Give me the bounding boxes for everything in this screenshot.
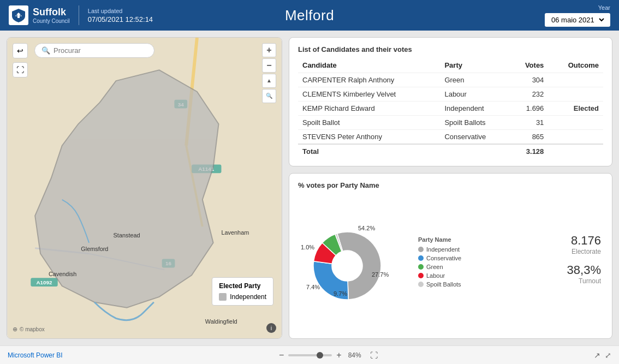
mapbox-credit-text: © mapbox xyxy=(20,326,45,332)
label-grn: Green xyxy=(426,264,443,270)
label-conservative: 27.7% xyxy=(372,271,389,278)
chart-panel: % votes por Party Name 54.2% 27.7% 9.7% … xyxy=(289,173,612,339)
search-icon: 🔍 xyxy=(41,46,50,55)
candidates-panel: List of Candidates and their votes Candi… xyxy=(289,37,612,166)
year-select-input[interactable]: 06 maio 2021 xyxy=(549,15,606,25)
col-party: Party xyxy=(440,59,510,73)
legend-item-independent: Independent xyxy=(219,293,266,301)
candidate-party: Independent xyxy=(440,102,510,116)
chart-panel-title: % votes por Party Name xyxy=(298,181,603,189)
zoom-percent: 84% xyxy=(348,351,361,359)
right-panel: List of Candidates and their votes Candi… xyxy=(289,37,612,339)
zoom-extent-btn[interactable]: 🔍 xyxy=(262,89,276,103)
year-dropdown[interactable]: 06 maio 2021 xyxy=(545,13,610,27)
col-outcome: Outcome xyxy=(548,59,603,73)
zoom-in-btn[interactable]: + xyxy=(262,43,276,57)
chart-legend-title: Party Name xyxy=(418,236,461,243)
header: Suffolk County Council Last updated 07/0… xyxy=(0,0,619,31)
logo-text: Suffolk County Council xyxy=(33,7,70,25)
main-content: A1141 A1092 34 16 Stanstead Glemsford Ca… xyxy=(0,31,619,345)
candidate-votes: 232 xyxy=(510,87,548,102)
map-info-btn[interactable]: i xyxy=(266,323,276,333)
candidate-votes: 865 xyxy=(510,130,548,145)
bottom-bar: Microsoft Power BI − + 84% ⛶ ↗ ⤢ xyxy=(0,345,619,364)
map-toolbar: ↩ xyxy=(13,43,28,58)
zoom-minus-btn[interactable]: − xyxy=(279,350,284,360)
map-search-bar[interactable]: 🔍 xyxy=(34,43,154,58)
electorate-label: Electorate xyxy=(567,248,601,255)
map-panel: A1141 A1092 34 16 Stanstead Glemsford Ca… xyxy=(7,37,282,339)
fullscreen-icon[interactable]: ⛶ xyxy=(370,351,378,360)
mapbox-credit: ⊕ © mapbox xyxy=(13,326,45,333)
legend-title: Elected Party xyxy=(219,282,266,290)
zoom-thumb xyxy=(317,352,323,359)
label-labour: 9.7% xyxy=(334,290,347,297)
chart-row: 54.2% 27.7% 9.7% 7.4% 1.0% Party Name In… xyxy=(298,195,603,331)
turnout-label: Turnout xyxy=(567,277,601,285)
legend-independent: Independent xyxy=(418,246,461,253)
legend-labour: Labour xyxy=(418,272,461,279)
candidates-panel-title: List of Candidates and their votes xyxy=(298,45,603,53)
bottom-icons: ↗ ⤢ xyxy=(594,351,611,360)
candidate-outcome: Elected xyxy=(548,102,603,116)
candidate-name: KEMP Richard Edward xyxy=(298,102,440,116)
table-row: CLEMENTS Kimberley Velvet Labour 232 xyxy=(298,87,603,102)
year-label: Year xyxy=(598,4,610,11)
zoom-reset-btn[interactable]: ▲ xyxy=(262,74,276,88)
table-row: CARPENTER Ralph Anthony Green 304 xyxy=(298,73,603,87)
dot-labour xyxy=(418,273,424,278)
table-row: STEVENS Peter Anthony Conservative 865 xyxy=(298,130,603,145)
share-icon[interactable]: ↗ xyxy=(594,351,600,360)
map-back-btn[interactable]: ↩ xyxy=(13,43,28,58)
map-nav-left: ⛶ xyxy=(13,62,28,77)
candidate-outcome xyxy=(548,130,603,145)
svg-text:Cavendish: Cavendish xyxy=(49,271,76,277)
donut-chart: 54.2% 27.7% 9.7% 7.4% 1.0% xyxy=(298,219,407,307)
label-lab: Labour xyxy=(426,272,445,279)
candidate-votes: 31 xyxy=(510,116,548,130)
candidates-table: Candidate Party Votes Outcome CARPENTER … xyxy=(298,59,603,158)
label-con: Conservative xyxy=(426,255,461,261)
label-spoilt: 1.0% xyxy=(301,244,314,250)
label-spo: Spoilt Ballots xyxy=(426,281,461,288)
svg-text:Waldingfield: Waldingfield xyxy=(205,318,237,325)
year-selector: Year 06 maio 2021 xyxy=(545,4,610,27)
label-independent: 54.2% xyxy=(358,225,375,231)
last-updated-label: Last updated xyxy=(88,8,153,14)
logo-shield xyxy=(9,5,28,25)
legend-label-independent: Independent xyxy=(230,293,266,301)
svg-text:Lavenham: Lavenham xyxy=(221,229,249,236)
last-updated: Last updated 07/05/2021 12:52:14 xyxy=(88,8,153,23)
expand-icon[interactable]: ⤢ xyxy=(605,351,611,360)
total-label: Total xyxy=(298,144,440,158)
zoom-slider[interactable] xyxy=(288,354,332,356)
map-zoom-controls: + − ▲ 🔍 xyxy=(262,43,276,103)
stats-panel: 8.176 Electorate 38,3% Turnout xyxy=(567,234,603,293)
legend-swatch-independent xyxy=(219,293,227,301)
candidate-outcome xyxy=(548,116,603,130)
col-votes: Votes xyxy=(510,59,548,73)
zoom-plus-btn[interactable]: + xyxy=(336,350,341,360)
dot-green xyxy=(418,264,424,270)
candidate-votes: 304 xyxy=(510,73,548,87)
col-candidate: Candidate xyxy=(298,59,440,73)
search-input[interactable] xyxy=(53,46,147,55)
powerbi-link[interactable]: Microsoft Power BI xyxy=(8,351,63,359)
header-divider xyxy=(79,5,79,25)
svg-rect-0 xyxy=(15,15,22,16)
svg-text:Stanstead: Stanstead xyxy=(114,232,140,238)
candidate-party: Conservative xyxy=(440,130,510,145)
dot-conservative xyxy=(418,255,424,261)
candidate-outcome xyxy=(548,73,603,87)
candidate-name: Spoilt Ballot xyxy=(298,116,440,130)
legend-conservative: Conservative xyxy=(418,255,461,261)
legend-green: Green xyxy=(418,264,461,270)
candidate-party: Labour xyxy=(440,87,510,102)
legend-spoilt: Spoilt Ballots xyxy=(418,281,461,288)
candidate-name: CARPENTER Ralph Anthony xyxy=(298,73,440,87)
label-ind: Independent xyxy=(426,246,460,253)
map-fullscreen-btn[interactable]: ⛶ xyxy=(13,62,28,77)
zoom-out-btn[interactable]: − xyxy=(262,58,276,73)
dot-independent xyxy=(418,247,424,252)
svg-text:A1092: A1092 xyxy=(36,279,52,285)
